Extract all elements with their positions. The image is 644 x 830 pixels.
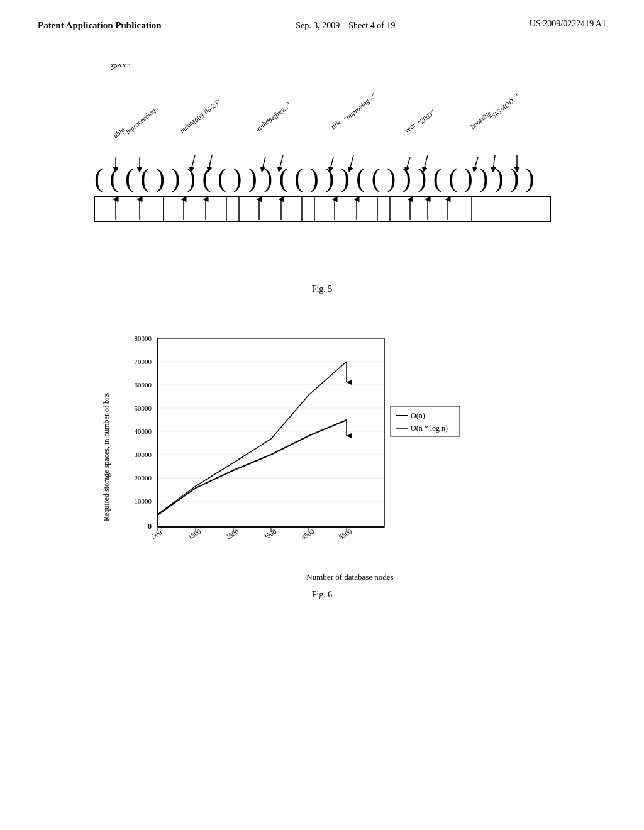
svg-text:60000: 60000	[135, 381, 152, 389]
svg-text:500: 500	[150, 528, 164, 540]
svg-rect-28	[94, 196, 550, 221]
svg-text:5500: 5500	[337, 528, 353, 541]
fig5-caption-text: Fig. 5	[312, 284, 333, 294]
svg-text:"SIGMOD...": "SIGMOD..."	[488, 92, 522, 122]
fig6-caption: Fig. 6	[102, 590, 542, 600]
svg-rect-38	[314, 196, 377, 221]
svg-text:3500: 3500	[262, 528, 277, 541]
sheet-number: Sheet 4 of 19	[348, 21, 395, 30]
chart-area: 80000 70000 60000 50000 40000 30000 2000…	[114, 332, 542, 582]
svg-rect-35	[239, 196, 302, 221]
chart-svg: 80000 70000 60000 50000 40000 30000 2000…	[114, 332, 466, 571]
svg-text:80000: 80000	[135, 335, 152, 342]
svg-text:O(n * log n): O(n * log n)	[411, 424, 448, 433]
svg-text:2500: 2500	[224, 528, 240, 541]
patent-number: US 2009/0222419 A1	[530, 19, 606, 29]
svg-text:1500: 1500	[186, 528, 202, 541]
svg-text:title: title	[330, 118, 343, 131]
patent-id: US 2009/0222419 A1	[530, 19, 606, 28]
svg-text:inproceedings: inproceedings	[121, 64, 162, 69]
y-axis-text: Required storage spaces, in number of bi…	[102, 393, 111, 521]
svg-text:inproceedings: inproceedings	[125, 105, 159, 136]
header-center: Sep. 3, 2009 Sheet 4 of 19	[296, 19, 395, 33]
publication-date: Sep. 3, 2009	[296, 21, 340, 30]
svg-text:booktitle: booktitle	[469, 109, 492, 131]
fig5-diagram: dblp inproceedings dblp inproceedings md…	[77, 64, 567, 278]
svg-text:10000: 10000	[135, 497, 152, 505]
fig6-diagram: Required storage spaces, in number of bi…	[102, 332, 542, 600]
svg-text:"Improving...": "Improving..."	[342, 92, 377, 123]
svg-rect-41	[390, 196, 472, 221]
svg-rect-32	[164, 196, 226, 221]
y-axis-label: Required storage spaces, in number of bi…	[102, 332, 111, 582]
fig6-caption-text: Fig. 6	[312, 590, 333, 599]
svg-text:dblp: dblp	[112, 126, 126, 140]
fig5-svg: dblp inproceedings dblp inproceedings md…	[77, 64, 567, 259]
x-axis-label: Number of database nodes	[158, 572, 542, 582]
publication-label: Patent Application Publication	[38, 19, 162, 32]
svg-rect-45	[158, 338, 384, 527]
chart-wrapper: Required storage spaces, in number of bi…	[102, 332, 542, 582]
svg-text:40000: 40000	[135, 428, 152, 435]
svg-text:year: year	[402, 121, 418, 135]
svg-text:"2003": "2003"	[416, 108, 436, 127]
svg-text:50000: 50000	[135, 404, 152, 412]
svg-text:O(n): O(n)	[411, 411, 425, 420]
svg-text:0: 0	[148, 522, 152, 531]
svg-text:"Jeffrey...": "Jeffrey..."	[265, 101, 292, 126]
svg-text:4500: 4500	[299, 528, 315, 541]
x-axis-text: Number of database nodes	[306, 572, 393, 582]
svg-text:70000: 70000	[135, 358, 152, 365]
svg-rect-29	[94, 196, 164, 221]
publication-title: Patent Application Publication	[38, 20, 162, 30]
svg-text:dblp: dblp	[108, 64, 124, 72]
svg-text:( ( ( ( ) ) ) ( ( ) ) ) ( ( ) : ( ( ( ( ) ) ) ( ( ) ) ) ( ( ) ) ) ( ( ) …	[94, 163, 535, 193]
svg-text:30000: 30000	[135, 451, 152, 458]
svg-text:"2003-06-23": "2003-06-23"	[188, 98, 222, 128]
page-header: Patent Application Publication Sep. 3, 2…	[0, 0, 644, 39]
fig5-caption: Fig. 5	[0, 284, 644, 294]
svg-text:20000: 20000	[135, 474, 152, 482]
